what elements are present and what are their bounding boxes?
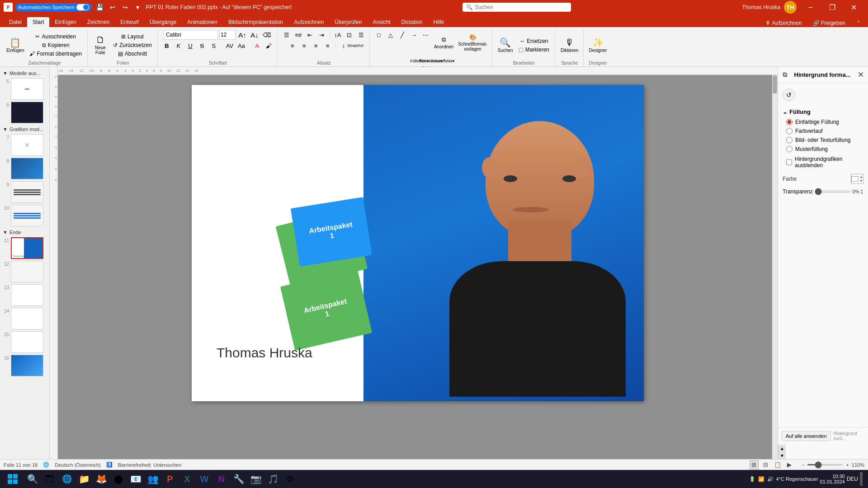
- tab-bildschirm[interactable]: Bildschirmpräsentation: [223, 17, 288, 27]
- scroll-down-btn[interactable]: ▼: [778, 452, 786, 459]
- italic-btn[interactable]: K: [173, 41, 184, 51]
- slide-7-thumb[interactable]: ✕: [11, 134, 43, 156]
- clear-format-btn[interactable]: ⌫: [261, 30, 272, 40]
- panel-close-btn[interactable]: ✕: [858, 70, 863, 79]
- aufzeichnen-btn[interactable]: 🎙 Aufzeichnen: [762, 19, 806, 27]
- close-btn[interactable]: ✕: [844, 0, 864, 14]
- layout-btn[interactable]: ⊞Layout: [110, 33, 155, 41]
- panel-reset-btn[interactable]: ↺: [783, 89, 795, 101]
- view-presentation-btn[interactable]: ▶: [785, 460, 794, 469]
- tab-start[interactable]: Start: [27, 17, 49, 27]
- package-blue-front[interactable]: Arbeitspaket 1: [291, 197, 372, 267]
- tab-datei[interactable]: Datei: [4, 17, 27, 27]
- radio-pattern-input[interactable]: [786, 146, 793, 152]
- anordnen-btn[interactable]: ⧉ Anordnen: [432, 30, 455, 55]
- slide-12-thumb[interactable]: · · ·: [11, 261, 43, 282]
- schnellformat-btn[interactable]: 🎨 Schnellformat-vorlagen: [456, 30, 489, 55]
- slide-13-thumb[interactable]: [11, 284, 43, 306]
- more-quick-btn[interactable]: ▾: [132, 2, 143, 13]
- scroll-thumb[interactable]: [773, 75, 777, 94]
- freigeben-btn[interactable]: 🔗 Freigeben: [809, 19, 849, 27]
- case-btn[interactable]: Aa: [236, 41, 247, 51]
- radio-gradient-input[interactable]: [786, 128, 793, 134]
- radio-gradient[interactable]: Farbverlauf: [786, 128, 863, 134]
- tab-einfuegen[interactable]: Einfügen: [49, 17, 81, 27]
- shapes-more-btn[interactable]: ⋯: [420, 30, 431, 40]
- tab-hilfe[interactable]: Hilfe: [428, 17, 449, 27]
- misc3-btn[interactable]: 🎵: [265, 471, 281, 487]
- align-center-btn[interactable]: ≡: [299, 41, 310, 51]
- zoom-minus[interactable]: −: [802, 462, 804, 468]
- align-left-btn[interactable]: ≡: [287, 41, 298, 51]
- radio-pattern[interactable]: Musterfüllung: [786, 146, 863, 152]
- shapes-btn[interactable]: □: [373, 30, 384, 40]
- radio-solid-input[interactable]: [786, 119, 793, 125]
- arrow-btn[interactable]: →: [409, 30, 420, 40]
- slide-9-thumb[interactable]: [11, 181, 43, 203]
- designer-btn[interactable]: ✨ Designer: [587, 33, 609, 58]
- tab-ansicht[interactable]: Ansicht: [367, 17, 396, 27]
- font-size[interactable]: [219, 30, 236, 40]
- outlook-btn[interactable]: 📧: [127, 471, 144, 487]
- panel-scroll[interactable]: ▲ ▼: [778, 445, 785, 459]
- redo-btn[interactable]: ↪: [120, 2, 131, 13]
- underline-btn[interactable]: U: [185, 41, 196, 51]
- color-picker-btn[interactable]: ▲▼: [851, 174, 863, 184]
- edge-btn[interactable]: 🌐: [59, 471, 75, 487]
- chrome-btn[interactable]: ⬤: [110, 471, 127, 487]
- tab-ueberpruefen[interactable]: Überprüfen: [329, 17, 367, 27]
- misc2-btn[interactable]: 📷: [248, 471, 264, 487]
- shapes2-btn[interactable]: △: [385, 30, 396, 40]
- onenote-btn[interactable]: N: [213, 471, 230, 487]
- textalign-btn[interactable]: ⊡: [344, 30, 355, 40]
- ausschneiden-btn[interactable]: ✂Ausschneiden: [27, 33, 84, 41]
- slide-15-thumb[interactable]: [11, 331, 43, 353]
- zoom-plus[interactable]: +: [846, 462, 849, 468]
- font-color-btn[interactable]: A: [252, 41, 263, 51]
- radio-solid[interactable]: Einfarbige Füllung: [786, 119, 863, 125]
- font-selector[interactable]: [164, 30, 218, 40]
- slide-8-thumb[interactable]: [11, 158, 43, 179]
- slide-6-thumb[interactable]: [11, 102, 43, 123]
- misc1-btn[interactable]: 🔧: [231, 471, 247, 487]
- indent-right-btn[interactable]: ⇥: [316, 30, 327, 40]
- radio-picture-input[interactable]: [786, 137, 793, 143]
- zuruecksetzen-btn[interactable]: ↺Zurücksetzen: [110, 41, 155, 49]
- checkbox-hide-bg[interactable]: Hintergrundgrafiken ausblenden: [786, 155, 863, 169]
- word-btn[interactable]: W: [196, 471, 212, 487]
- suchen-btn[interactable]: 🔍 Suchen: [496, 33, 515, 58]
- slide-14-thumb[interactable]: [11, 308, 43, 329]
- neue-folie-btn[interactable]: 🗋 NeueFolie: [91, 33, 109, 58]
- section-ende[interactable]: ▼ Ende: [2, 228, 47, 236]
- section-modelle[interactable]: ▼ Modelle aus...: [2, 69, 47, 77]
- justify-btn[interactable]: ≡: [322, 41, 333, 51]
- teams-btn[interactable]: 👥: [145, 471, 161, 487]
- vertical-scrollbar[interactable]: [772, 75, 778, 459]
- section-grafiken[interactable]: ▼ Grafiken mod...: [2, 125, 47, 133]
- cols-btn[interactable]: ☰: [356, 30, 367, 40]
- search-input[interactable]: [475, 4, 567, 10]
- smartart-btn[interactable]: SmartArt: [350, 41, 361, 51]
- view-reading-btn[interactable]: 📋: [773, 460, 782, 469]
- line-btn[interactable]: ╱: [397, 30, 408, 40]
- show-desktop-btn[interactable]: [860, 472, 863, 486]
- search-box[interactable]: 🔍: [462, 3, 571, 12]
- char-spacing-btn[interactable]: AV: [224, 41, 235, 51]
- undo-btn[interactable]: ↩: [107, 2, 118, 13]
- diktieren-btn[interactable]: 🎙 Diktieren: [559, 33, 580, 58]
- ersetzen-btn[interactable]: ↔Ersetzen: [516, 37, 552, 45]
- save-quick-btn[interactable]: 💾: [94, 2, 105, 13]
- search-taskbar-btn[interactable]: 🔍: [24, 471, 41, 487]
- tab-aufzeichnen[interactable]: Aufzeichnen: [288, 17, 329, 27]
- tab-dictation[interactable]: Dictation: [396, 17, 428, 27]
- scroll-up-btn[interactable]: ▲: [778, 445, 786, 452]
- decrease-font-btn[interactable]: A↓: [249, 30, 260, 40]
- slide-16-thumb[interactable]: [11, 355, 43, 376]
- formeffekte-btn[interactable]: Formeffekte▾: [438, 56, 448, 66]
- checkbox-hide-bg-input[interactable]: [786, 159, 792, 165]
- apply-all-btn[interactable]: Auf alle anwenden: [782, 431, 831, 441]
- strikethrough-btn[interactable]: S: [197, 41, 208, 51]
- tab-zeichnen[interactable]: Zeichnen: [82, 17, 115, 27]
- einfuegen-btn[interactable]: 📋 Einfügen: [5, 33, 26, 58]
- autosave-toggle[interactable]: Automatisches Speichern: [15, 3, 92, 11]
